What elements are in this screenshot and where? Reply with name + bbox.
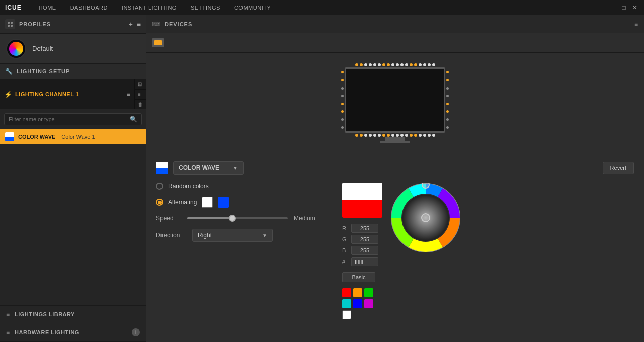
main-nav: HOME DASHBOARD INSTANT LIGHTING SETTINGS… [32,0,599,15]
nav-dashboard[interactable]: DASHBOARD [63,0,115,15]
monitor-stand [385,137,405,141]
led-right-1 [446,71,449,73]
sidebar-bottom: ≡ LIGHTINGS LIBRARY ≡ HARDWARE LIGHTING … [0,305,146,342]
wrench-icon: 🔧 [5,68,13,75]
channel-header: ⚡ LIGHTING CHANNEL 1 + ≡ [0,79,134,109]
direction-row: Direction Right ▼ [156,229,327,242]
library-icon: ≡ [6,311,10,318]
basic-color-orange[interactable] [353,288,362,297]
g-row: G [342,235,382,244]
maximize-button[interactable]: □ [620,4,628,12]
nav-instant-lighting[interactable]: INSTANT LIGHTING [115,0,184,15]
r-label: R [342,225,348,231]
led-bot-2 [360,134,363,137]
basic-color-green[interactable] [364,288,373,297]
hardware-lighting-label: HARDWARE LIGHTING [15,329,79,335]
nav-community[interactable]: COMMUNITY [227,0,278,15]
right-panel: ⌨ DEVICES ≡ [146,15,644,342]
led-right-8 [446,126,449,129]
svg-point-8 [422,214,430,222]
channel-menu-button[interactable]: ≡ [127,91,130,98]
color-preview-box[interactable] [342,183,382,218]
alternating-color-2[interactable] [218,197,229,208]
channel-delete-button[interactable]: 🗑 [135,100,146,109]
effect-panel-header: COLOR WAVE ▼ Revert [156,161,634,175]
minimize-button[interactable]: ─ [609,4,617,12]
led-bot-6 [378,134,381,137]
close-button[interactable]: ✕ [631,4,639,12]
profiles-icon [5,19,15,29]
monitor-top-leds [355,63,435,66]
basic-color-magenta[interactable] [364,299,373,308]
random-colors-label: Random colors [168,183,209,190]
hue-wheel-container[interactable] [390,183,461,253]
rgb-fields: R G B # [342,224,382,266]
filter-input-wrap: 🔍 [4,113,142,125]
basic-button[interactable]: Basic [342,272,375,282]
led-right-2 [446,79,449,81]
effect-sub: Color Wave 1 [61,134,95,140]
basic-color-red[interactable] [342,288,351,297]
b-input[interactable] [351,246,378,255]
speed-slider-fill [187,217,232,219]
led-bot-1 [355,134,358,137]
g-input[interactable] [351,235,378,244]
channel-title: LIGHTING CHANNEL 1 [15,91,117,97]
nav-settings[interactable]: SETTINGS [184,0,227,15]
led-top-16 [423,63,426,66]
add-channel-button[interactable]: + [120,91,124,98]
revert-button[interactable]: Revert [603,162,634,174]
speed-slider-thumb[interactable] [229,215,236,222]
hex-input[interactable] [351,257,378,266]
profile-name: Default [32,45,53,52]
basic-color-white[interactable] [342,310,351,319]
direction-dropdown[interactable]: Right ▼ [192,229,273,242]
monitor-screen [345,67,445,133]
effect-panel-swatch [156,162,168,174]
devices-menu-button[interactable]: ≡ [634,21,638,28]
led-bot-18 [432,134,435,137]
random-colors-radio[interactable] [156,183,163,190]
led-top-9 [391,63,394,66]
r-input[interactable] [351,224,378,233]
led-top-3 [364,63,367,66]
speed-slider[interactable] [187,217,288,219]
color-picker-area: R G B # [342,183,461,319]
effect-panel: COLOR WAVE ▼ Revert Random colors [146,153,644,342]
speed-row: Speed Medium [156,215,327,222]
monitor-middle [341,67,449,133]
svg-point-9 [422,183,429,188]
add-profile-button[interactable]: + [129,20,133,28]
effect-color-bar [5,132,14,141]
default-profile[interactable]: Default [0,34,146,64]
effect-name: COLOR WAVE [18,134,55,140]
hardware-lighting-item[interactable]: ≡ HARDWARE LIGHTING i [0,323,146,342]
led-bot-5 [373,134,376,137]
basic-color-cyan[interactable] [342,299,351,308]
led-top-14 [414,63,417,66]
effect-dropdown[interactable]: COLOR WAVE ▼ [173,161,244,175]
led-top-1 [355,63,358,66]
filter-input[interactable] [9,116,127,122]
led-left-2 [341,79,344,81]
alternating-color-1[interactable] [202,197,213,208]
lightings-library-item[interactable]: ≡ LIGHTINGS LIBRARY [0,306,146,323]
color-preview-area: R G B # [342,183,382,319]
devices-title: DEVICES [165,21,630,27]
alternating-radio[interactable] [156,199,163,206]
led-bot-4 [369,134,372,137]
led-bot-17 [428,134,431,137]
channel-add-button[interactable]: ⊞ [135,79,146,90]
effect-item[interactable]: COLOR WAVE Color Wave 1 [0,129,146,144]
led-top-10 [396,63,399,66]
direction-label: Direction [156,232,186,239]
basic-color-blue[interactable] [353,299,362,308]
channel-actions: + ≡ [120,91,130,98]
device-thumbnail[interactable] [152,38,164,47]
hardware-info-button[interactable]: i [132,328,140,336]
led-top-15 [419,63,422,66]
channel-list-button[interactable]: ≡ [135,90,146,100]
profiles-menu-button[interactable]: ≡ [137,20,141,28]
nav-home[interactable]: HOME [32,0,63,15]
led-right-5 [446,103,449,105]
